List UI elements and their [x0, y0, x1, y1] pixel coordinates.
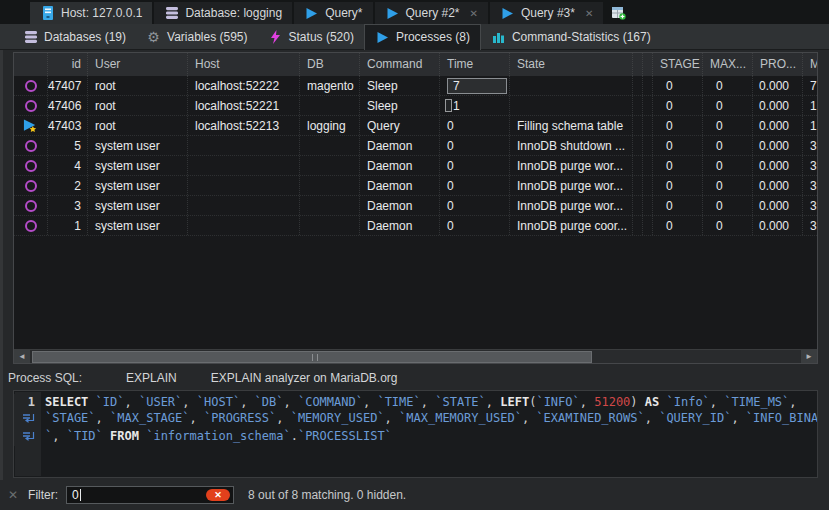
column-header-time[interactable]: Time — [440, 53, 510, 76]
cell-command: Daemon — [360, 136, 440, 155]
cell-progress: 0.000 — [753, 156, 803, 175]
close-filter-icon[interactable]: ✕ — [0, 488, 28, 502]
top-tab[interactable]: Query #2*✕ — [375, 2, 488, 24]
top-tab[interactable]: Query #3*✕ — [490, 2, 603, 24]
scroll-left-arrow[interactable]: ◄ — [14, 350, 30, 363]
sub-tab[interactable]: Databases (19) — [13, 24, 136, 50]
cell-id: 1 — [48, 216, 88, 235]
column-header-progress[interactable]: PRO... — [753, 53, 803, 76]
filter-status-text: 8 out of 8 matching. 0 hidden. — [234, 488, 406, 502]
sql-text[interactable]: `, `TID` FROM `information_schema`.`PROC… — [40, 428, 392, 446]
sql-text[interactable]: SELECT `ID`, `USER`, `HOST`, `DB`, `COMM… — [40, 394, 797, 410]
column-header-state[interactable]: State — [510, 53, 633, 76]
column-header-id[interactable]: id — [48, 53, 88, 76]
clear-filter-button[interactable]: ✕ — [206, 489, 230, 501]
column-header-host[interactable]: Host — [188, 53, 300, 76]
cell-user: system user — [88, 216, 188, 235]
grid-header-row: idUserHostDBCommandTimeStateSTAGEMAX...P… — [14, 53, 817, 76]
column-header-label: PRO... — [760, 57, 796, 71]
scrollbar-thumb[interactable] — [32, 351, 592, 363]
cell-n2 — [643, 176, 653, 195]
cell-n1 — [633, 176, 643, 195]
cell-id: 4 — [48, 156, 88, 175]
cell-id: 5 — [48, 136, 88, 155]
top-tab[interactable]: Host: 127.0.0.1 — [30, 2, 152, 24]
cell-time: 0 — [440, 156, 510, 175]
sub-tab[interactable]: Command-Statistics (167) — [481, 24, 661, 50]
column-header-user[interactable]: User — [88, 53, 188, 76]
sub-tab[interactable]: Status (520) — [258, 24, 364, 50]
lightning-icon — [268, 29, 283, 44]
table-row[interactable]: 47407rootlocalhost:52222magentoSleep7000… — [14, 76, 817, 96]
process-circle-icon — [23, 98, 38, 113]
cell-command: Sleep — [360, 76, 440, 95]
cell-time: 0 — [440, 116, 510, 135]
process-circle-icon — [23, 218, 38, 233]
cell-command: Query — [360, 116, 440, 135]
column-header-n2[interactable] — [643, 53, 653, 76]
sql-editor[interactable]: 1SELECT `ID`, `USER`, `HOST`, `DB`, `COM… — [13, 390, 818, 478]
server-icon — [40, 6, 55, 21]
cell-icon — [14, 76, 48, 95]
cell-time: 1 — [440, 96, 510, 115]
column-header-icon[interactable] — [14, 53, 48, 76]
cell-n2 — [643, 216, 653, 235]
horizontal-scrollbar[interactable]: ◄ ► — [14, 349, 817, 363]
cell-n2 — [643, 116, 653, 135]
table-row[interactable]: 2system userDaemon0InnoDB purge wor...00… — [14, 176, 817, 196]
sql-line: `, `TID` FROM `information_schema`.`PROC… — [14, 428, 817, 446]
column-header-label: User — [95, 57, 120, 71]
cell-max_stage: 0 — [703, 116, 753, 135]
wrap-line-icon — [14, 410, 40, 428]
cell-db — [300, 216, 360, 235]
sub-tab-label: Databases (19) — [44, 30, 126, 44]
top-tab[interactable]: Query* — [294, 2, 372, 24]
time-cell-editor[interactable]: 7 — [447, 78, 507, 94]
table-row[interactable]: 47403rootlocalhost:52213loggingQuery0Fil… — [14, 116, 817, 136]
table-row[interactable]: 1system userDaemon0InnoDB purge coor...0… — [14, 216, 817, 236]
cell-n1 — [633, 216, 643, 235]
table-row[interactable]: 5system userDaemon0InnoDB shutdown ...00… — [14, 136, 817, 156]
cell-max_stage: 0 — [703, 176, 753, 195]
column-header-command[interactable]: Command — [360, 53, 440, 76]
table-row[interactable]: 3system userDaemon0InnoDB purge wor...00… — [14, 196, 817, 216]
column-header-n1[interactable] — [633, 53, 643, 76]
column-header-label: MAX... — [710, 57, 746, 71]
cell-db — [300, 96, 360, 115]
cell-progress: 0.000 — [753, 176, 803, 195]
table-row[interactable]: 47406rootlocalhost:52221Sleep1000.0001 — [14, 96, 817, 116]
cell-user: system user — [88, 196, 188, 215]
column-header-mem[interactable]: M... — [803, 53, 818, 76]
column-header-max_stage[interactable]: MAX... — [703, 53, 753, 76]
wrap-line-icon — [14, 428, 40, 446]
cell-mem: 3 — [803, 176, 818, 195]
sub-tab-label: Variables (595) — [167, 30, 247, 44]
cell-stage: 0 — [653, 116, 703, 135]
cell-mem: 3 — [803, 136, 818, 155]
cell-mem: 3 — [803, 216, 818, 235]
top-tab[interactable]: Database: logging — [154, 2, 292, 24]
cell-icon — [14, 156, 48, 175]
table-row[interactable]: 4system userDaemon0InnoDB purge wor...00… — [14, 156, 817, 176]
sub-tab[interactable]: Processes (8) — [364, 24, 481, 50]
sub-tab-label: Processes (8) — [396, 30, 470, 44]
column-header-label: Command — [367, 57, 422, 71]
cell-icon — [14, 136, 48, 155]
new-query-tab-button[interactable] — [605, 2, 632, 24]
sub-tab[interactable]: ⚙Variables (595) — [136, 24, 257, 50]
column-header-db[interactable]: DB — [300, 53, 360, 76]
window-left-border — [0, 24, 3, 510]
sub-tab-label: Status (520) — [289, 30, 354, 44]
process-circle-icon — [23, 178, 38, 193]
column-header-stage[interactable]: STAGE — [653, 53, 703, 76]
close-tab-icon[interactable]: ✕ — [470, 8, 478, 19]
explain-button[interactable]: EXPLAIN — [120, 369, 183, 387]
cell-mem: 3 — [803, 156, 818, 175]
scroll-right-arrow[interactable]: ► — [801, 350, 817, 363]
explain-analyzer-link[interactable]: EXPLAIN analyzer on MariaDB.org — [205, 369, 404, 387]
filter-input[interactable]: 0 ✕ — [66, 486, 234, 504]
close-tab-icon[interactable]: ✕ — [585, 8, 593, 19]
sql-text[interactable]: `STAGE`, `MAX_STAGE`, `PROGRESS`, `MEMOR… — [40, 410, 818, 428]
cell-progress: 0.000 — [753, 136, 803, 155]
top-tab-bar: Host: 127.0.0.1Database: loggingQuery*Qu… — [0, 0, 829, 24]
